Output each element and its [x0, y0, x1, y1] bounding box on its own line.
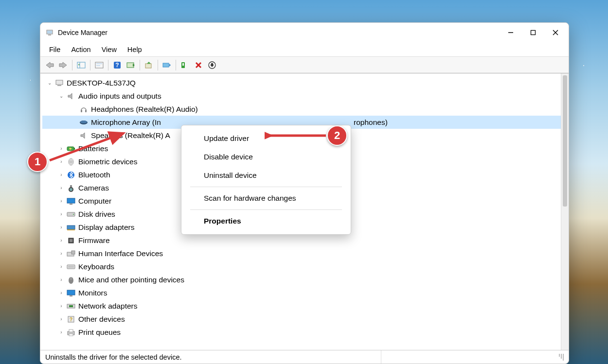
resize-grip[interactable]	[546, 354, 564, 361]
svg-rect-70	[69, 334, 73, 336]
svg-point-50	[73, 214, 74, 215]
tree-label: Bluetooth	[78, 171, 110, 179]
scrollbar-thumb[interactable]	[563, 75, 567, 207]
menu-help[interactable]: Help	[123, 44, 147, 55]
unknown-device-icon: ?	[66, 315, 76, 324]
chevron-right-icon[interactable]: ›	[57, 277, 66, 282]
tree-category-other[interactable]: › ? Other devices	[42, 312, 561, 326]
svg-marker-8	[59, 62, 67, 68]
ctx-disable-device[interactable]: Disable device	[181, 148, 351, 166]
vertical-scrollbar[interactable]	[561, 73, 569, 350]
printer-icon	[66, 328, 76, 337]
tree-label: Display adapters	[78, 223, 134, 232]
svg-line-72	[50, 133, 124, 160]
toolbar-scan-icon[interactable]	[125, 59, 137, 71]
toolbar-uninstall-icon[interactable]	[179, 59, 191, 71]
tree-category-hid[interactable]: › Human Interface Devices	[42, 247, 561, 260]
menu-file[interactable]: File	[44, 44, 65, 55]
chevron-right-icon[interactable]: ›	[57, 251, 66, 256]
tree-category-firmware[interactable]: › Firmware	[42, 234, 561, 247]
chevron-right-icon[interactable]: ›	[57, 264, 66, 269]
tree-label-suffix: rophones)	[354, 118, 388, 127]
ctx-uninstall-device[interactable]: Uninstall device	[181, 166, 351, 185]
tree-category-mice[interactable]: › Mice and other pointing devices	[42, 273, 561, 286]
tree-root[interactable]: ⌄ DESKTOP-4L537JQ	[42, 76, 561, 89]
svg-rect-46	[70, 185, 72, 187]
tree-label: Firmware	[78, 236, 110, 245]
chevron-right-icon[interactable]: ›	[57, 303, 66, 309]
svg-rect-51	[67, 225, 75, 229]
chevron-right-icon[interactable]: ›	[57, 211, 66, 217]
svg-rect-57	[67, 265, 75, 269]
chip-icon	[66, 236, 76, 245]
maximize-button[interactable]	[522, 24, 544, 41]
tree-category-print[interactable]: › Print queues	[42, 326, 561, 339]
svg-rect-65	[69, 305, 73, 307]
chevron-down-icon[interactable]: ⌄	[57, 93, 66, 99]
svg-rect-2	[47, 31, 52, 34]
tree-label: Mice and other pointing devices	[78, 276, 184, 284]
svg-rect-1	[48, 35, 51, 35]
chevron-down-icon[interactable]: ⌄	[45, 80, 54, 86]
svg-rect-63	[70, 295, 72, 296]
chevron-right-icon[interactable]: ›	[57, 316, 66, 322]
toolbar-help-icon[interactable]: ?	[111, 59, 124, 71]
mouse-icon	[66, 276, 76, 284]
toolbar: ?	[40, 57, 569, 73]
svg-rect-52	[67, 229, 75, 230]
svg-point-35	[80, 121, 87, 123]
close-button[interactable]	[544, 24, 567, 41]
toolbar-forward-icon[interactable]	[57, 59, 70, 71]
ctx-scan-hardware[interactable]: Scan for hardware changes	[181, 189, 351, 208]
camera-icon	[66, 184, 76, 192]
menu-action[interactable]: Action	[66, 44, 95, 55]
tree-category-keyboards[interactable]: › Keyboards	[42, 260, 561, 273]
toolbar-back-icon[interactable]	[43, 59, 56, 71]
svg-marker-28	[210, 63, 214, 67]
chevron-right-icon[interactable]: ›	[57, 329, 66, 335]
toolbar-disable-icon[interactable]	[161, 59, 173, 71]
tree-label: Human Interface Devices	[78, 249, 163, 258]
tree-category-monitors[interactable]: › Monitors	[42, 286, 561, 299]
svg-marker-20	[147, 62, 151, 64]
chevron-right-icon[interactable]: ›	[57, 238, 66, 243]
ctx-properties[interactable]: Properties	[181, 212, 351, 230]
chevron-right-icon[interactable]: ›	[57, 172, 66, 177]
svg-rect-4	[531, 31, 536, 35]
chevron-right-icon[interactable]: ›	[57, 225, 66, 230]
svg-rect-13	[96, 63, 102, 64]
tree-label: Keyboards	[78, 262, 114, 271]
svg-rect-30	[57, 85, 61, 86]
headphones-icon	[78, 105, 89, 114]
svg-marker-22	[169, 64, 171, 67]
app-icon	[45, 28, 54, 37]
tree-label: Monitors	[78, 289, 107, 297]
toolbar-properties-icon[interactable]	[93, 59, 106, 71]
menu-view[interactable]: View	[97, 44, 122, 55]
gpu-icon	[66, 223, 76, 232]
tree-device-headphones[interactable]: Headphones (Realtek(R) Audio)	[42, 103, 561, 116]
chevron-right-icon[interactable]: ›	[57, 198, 66, 204]
toolbar-down-icon[interactable]	[206, 59, 218, 71]
tree-category-network[interactable]: › Network adapters	[42, 299, 561, 312]
annotation-arrow-2	[265, 131, 328, 140]
toolbar-update-driver-icon[interactable]	[143, 59, 155, 71]
chevron-right-icon[interactable]: ›	[57, 185, 66, 191]
minimize-button[interactable]	[500, 24, 522, 41]
disk-icon	[66, 210, 76, 219]
chevron-right-icon[interactable]: ›	[57, 290, 66, 295]
svg-text:?: ?	[115, 62, 119, 69]
svg-rect-54	[70, 239, 72, 242]
tree-label: Microphone Array (In	[91, 118, 161, 127]
svg-rect-29	[56, 80, 63, 85]
annotation-callout-1: 1	[27, 152, 48, 172]
toolbar-show-hide-tree-icon[interactable]	[75, 59, 88, 71]
monitor-icon	[66, 197, 76, 206]
svg-rect-69	[69, 329, 73, 332]
monitor-icon	[66, 289, 76, 297]
svg-rect-62	[67, 290, 75, 295]
tree-category-audio[interactable]: ⌄ Audio inputs and outputs	[42, 89, 561, 103]
statusbar-text: Uninstalls the driver for the selected d…	[45, 353, 381, 361]
tree-label: Cameras	[78, 184, 109, 192]
toolbar-delete-icon[interactable]	[192, 59, 205, 71]
